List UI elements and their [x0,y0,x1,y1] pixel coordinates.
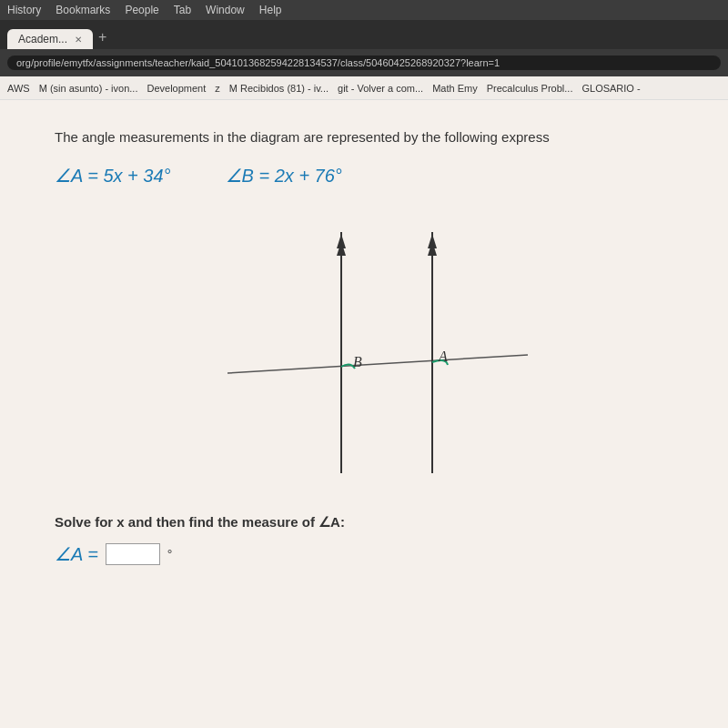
bookmark-precalculus[interactable]: Precalculus Probl... [487,83,573,94]
bookmark-z[interactable]: z [215,83,220,94]
solve-instruction: Solve for x and then find the measure of… [55,514,692,531]
address-bar[interactable]: org/profile/emytfx/assignments/teacher/k… [7,56,721,70]
answer-input[interactable] [106,543,160,565]
angle-a-expression: ∠A = 5x + 34° [55,165,171,187]
bookmark-git[interactable]: git - Volver a com... [338,83,423,94]
active-tab[interactable]: Academ... ✕ [7,29,93,49]
bookmark-development[interactable]: Development [147,83,206,94]
menu-people[interactable]: People [125,4,158,16]
browser-chrome: History Bookmarks People Tab Window Help… [0,0,728,100]
answer-label: ∠A = [55,543,98,565]
page-content: The angle measurements in the diagram ar… [0,100,728,728]
tab-label: Academ... [18,33,67,46]
bookmark-glosario[interactable]: GLOSARIO - [581,83,640,94]
svg-text:A: A [438,349,448,364]
menu-window[interactable]: Window [206,4,245,16]
menu-bookmarks[interactable]: Bookmarks [56,4,110,16]
diagram-svg: B A [200,214,546,487]
svg-line-0 [228,355,528,373]
bookmark-math-emy[interactable]: Math Emy [432,83,478,94]
answer-row: ∠A = ° [55,543,692,565]
bookmark-aws[interactable]: AWS [7,83,30,94]
menu-help[interactable]: Help [259,4,282,16]
tab-bar: Academ... ✕ + [0,20,728,49]
bookmark-recibidos[interactable]: M Recibidos (81) - iv... [229,83,329,94]
problem-description: The angle measurements in the diagram ar… [55,127,692,147]
new-tab-button[interactable]: + [98,29,106,49]
url-text: org/profile/emytfx/assignments/teacher/k… [16,57,500,68]
bookmarks-bar: AWS M (sin asunto) - ivon... Development… [0,76,728,100]
menu-history[interactable]: History [7,4,41,16]
expressions-row: ∠A = 5x + 34° ∠B = 2x + 76° [55,165,692,187]
menu-tab[interactable]: Tab [174,4,191,16]
address-bar-row: org/profile/emytfx/assignments/teacher/k… [0,49,728,76]
angle-b-expression: ∠B = 2x + 76° [226,165,342,187]
svg-text:B: B [353,354,362,369]
diagram-area: B A [200,214,546,487]
menu-bar: History Bookmarks People Tab Window Help [0,0,728,20]
bookmark-sin-asunto[interactable]: M (sin asunto) - ivon... [39,83,138,94]
degree-symbol: ° [167,547,173,561]
tab-close-button[interactable]: ✕ [75,35,82,45]
